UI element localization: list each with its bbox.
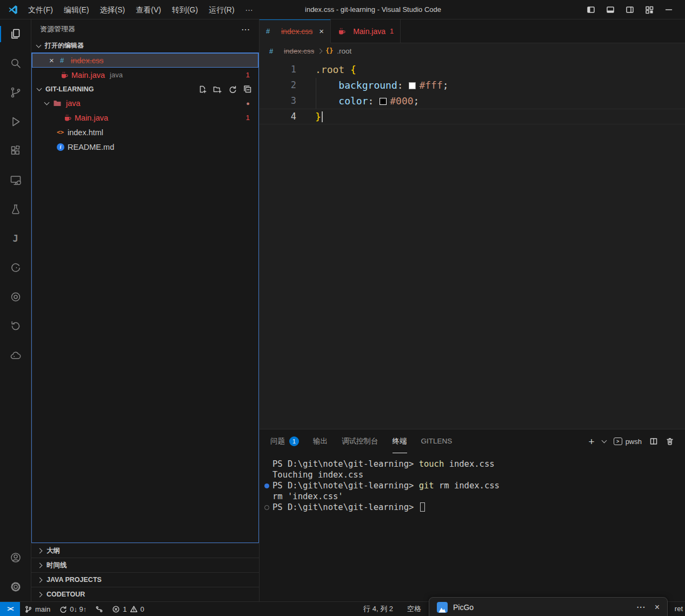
close-icon[interactable]: × — [49, 56, 60, 65]
explorer-section-header[interactable]: GIT-LEARNING — [32, 82, 258, 96]
indentation-status[interactable]: 空格 — [403, 604, 425, 614]
tab-mainjava[interactable]: Main.java 1 — [331, 19, 401, 43]
toggle-primary-sidebar-icon[interactable] — [587, 5, 595, 14]
open-editor-item-indexcss[interactable]: × # index.css — [32, 53, 258, 68]
css-file-icon: # — [269, 47, 280, 55]
activity-bar-java[interactable]: J — [0, 224, 31, 253]
section-outline[interactable]: 大纲 — [31, 543, 259, 558]
menu-more-icon[interactable]: ··· — [240, 3, 258, 17]
menu-go[interactable]: 转到(G) — [167, 3, 203, 17]
cloud-icon — [9, 349, 22, 362]
activity-bar-explorer[interactable] — [0, 19, 31, 49]
toast-close-icon[interactable]: × — [655, 602, 660, 612]
terminal[interactable]: PS D:\git\note\git-learning> touch index… — [260, 453, 685, 601]
activity-bar-testing[interactable] — [0, 195, 31, 224]
activity-bar-gradle[interactable] — [0, 253, 31, 282]
symbol-ruleset-icon: {} — [325, 47, 333, 55]
error-icon — [112, 605, 120, 613]
remote-indicator[interactable]: >< — [0, 602, 20, 616]
tab-gitlens[interactable]: GITLENS — [421, 429, 453, 453]
tree-item-mainjava[interactable]: Main.java 1 — [32, 110, 258, 125]
refresh-icon[interactable] — [228, 85, 237, 94]
more-actions-icon[interactable]: ··· — [242, 25, 250, 34]
activity-bar-cloud-extension[interactable] — [0, 341, 31, 370]
java-file-icon — [63, 114, 72, 122]
code-editor[interactable]: 1 .root { 2 background: #fff; 3 color: #… — [260, 58, 685, 429]
args: index.css — [444, 459, 494, 469]
customize-layout-icon[interactable] — [645, 5, 654, 14]
open-editors-label: 打开的编辑器 — [45, 41, 84, 50]
tree-empty-space — [32, 154, 258, 542]
new-folder-icon[interactable] — [213, 85, 222, 94]
css-file-icon: # — [60, 56, 71, 64]
tab-debug-console[interactable]: 调试控制台 — [342, 429, 378, 453]
panel-tab-label: 输出 — [313, 436, 328, 446]
cursor-position[interactable]: 行 4, 列 2 — [359, 604, 397, 614]
open-editor-item-mainjava[interactable]: Main.java java 1 — [32, 68, 258, 82]
section-java-projects[interactable]: JAVA PROJECTS — [31, 572, 259, 587]
activity-bar-source-control[interactable] — [0, 78, 31, 107]
scm-graph-status[interactable] — [91, 602, 108, 616]
activity-bar-settings[interactable] — [0, 572, 31, 601]
chevron-down-icon — [37, 85, 42, 91]
tree-item-indexhtml[interactable]: <> index.html — [32, 125, 258, 140]
command-pending-decoration[interactable] — [264, 505, 269, 510]
terminal-profile[interactable]: > pwsh — [614, 438, 642, 446]
title-bar: 文件(F) 编辑(E) 选择(S) 查看(V) 转到(G) 运行(R) ··· … — [0, 0, 685, 19]
remote-explorer-icon — [9, 174, 22, 187]
breadcrumb-symbol[interactable]: .root — [337, 47, 351, 55]
error-count: 1 — [123, 605, 127, 613]
menu-run[interactable]: 运行(R) — [203, 3, 240, 17]
menu-file[interactable]: 文件(F) — [23, 3, 58, 17]
tab-problems[interactable]: 问题 1 — [270, 429, 299, 453]
file-label: README.md — [68, 143, 114, 151]
window-controls — [587, 5, 685, 14]
new-file-icon[interactable] — [198, 85, 207, 94]
css-value: #fff — [419, 80, 442, 91]
color-swatch[interactable] — [380, 98, 387, 105]
files-icon — [9, 28, 22, 41]
sync-status[interactable]: 0↓ 9↑ — [55, 602, 91, 616]
breadcrumb-file[interactable]: index.css — [284, 47, 314, 55]
branch-status[interactable]: main — [20, 602, 55, 616]
breadcrumb: # index.css {} .root — [260, 43, 685, 58]
section-timeline[interactable]: 时间线 — [31, 558, 259, 572]
section-codetour[interactable]: CODETOUR — [31, 587, 259, 601]
chevron-right-icon — [37, 592, 43, 597]
prompt: PS D:\git\note\git-learning> — [272, 481, 419, 491]
new-terminal-icon[interactable]: + — [589, 436, 595, 447]
minimize-icon[interactable] — [664, 5, 673, 14]
command-success-decoration[interactable] — [264, 483, 269, 488]
tab-indexcss[interactable]: # index.css × — [260, 19, 331, 43]
menu-view[interactable]: 查看(V) — [130, 3, 167, 17]
tree-item-java-folder[interactable]: java ● — [32, 96, 258, 110]
tab-output[interactable]: 输出 — [313, 429, 328, 453]
tree-item-readme[interactable]: i README.md — [32, 140, 258, 154]
chevron-down-icon[interactable] — [601, 438, 607, 443]
open-editors-header[interactable]: 打开的编辑器 — [31, 39, 259, 52]
chevron-right-icon — [37, 577, 43, 582]
explorer-actions — [198, 85, 258, 94]
toggle-panel-icon[interactable] — [606, 5, 615, 14]
modified-dot: ● — [246, 100, 258, 107]
file-label: index.html — [68, 128, 103, 137]
menu-edit[interactable]: 编辑(E) — [58, 3, 95, 17]
activity-bar-extensions[interactable] — [0, 136, 31, 165]
activity-bar-target[interactable] — [0, 282, 31, 312]
problems-status[interactable]: 1 0 — [108, 602, 148, 616]
activity-bar-search[interactable] — [0, 49, 31, 78]
activity-bar-history[interactable] — [0, 312, 31, 341]
tab-terminal[interactable]: 终端 — [393, 429, 407, 453]
activity-bar-remote-explorer[interactable] — [0, 165, 31, 195]
collapse-all-icon[interactable] — [243, 85, 252, 94]
color-swatch[interactable] — [409, 82, 416, 89]
activity-bar-run-debug[interactable] — [0, 107, 31, 136]
toast-more-icon[interactable]: ··· — [637, 603, 646, 612]
toggle-secondary-sidebar-icon[interactable] — [626, 5, 634, 14]
close-icon[interactable]: × — [319, 27, 324, 36]
section-label: CODETOUR — [46, 591, 85, 598]
activity-bar-accounts[interactable] — [0, 543, 31, 572]
menu-selection[interactable]: 选择(S) — [95, 3, 131, 17]
split-terminal-icon[interactable] — [649, 437, 658, 446]
kill-terminal-trash-icon[interactable] — [666, 437, 674, 446]
